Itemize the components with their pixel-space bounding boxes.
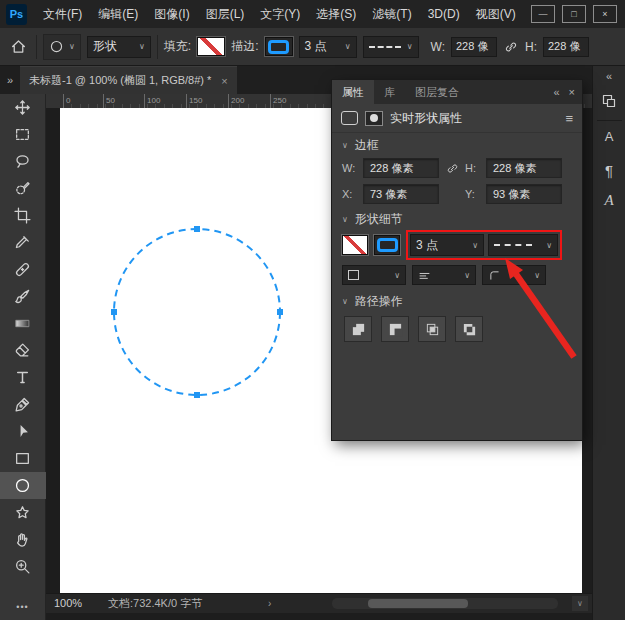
chain-link-icon[interactable]: [444, 160, 460, 176]
menu-image[interactable]: 图像(I): [146, 0, 197, 28]
width-label: W:: [431, 40, 445, 54]
custom-shape-icon: [14, 504, 31, 521]
character-panel-icon[interactable]: A: [593, 125, 625, 155]
glyphs-panel-icon[interactable]: A: [593, 185, 625, 215]
bounds-section-header[interactable]: ∨ 边框: [332, 133, 582, 155]
paragraph-panel-icon[interactable]: ¶: [593, 155, 625, 185]
menu-edit[interactable]: 编辑(E): [90, 0, 146, 28]
text-icon: [14, 369, 31, 386]
ruler-tick: 250: [270, 94, 286, 108]
eraser-tool[interactable]: [0, 337, 46, 364]
path-selection-tool[interactable]: [0, 418, 46, 445]
stroke-align-dropdown[interactable]: ∨: [342, 265, 406, 285]
ellipse-shape[interactable]: [114, 229, 280, 395]
ellipse-tool[interactable]: [0, 472, 46, 499]
maximize-button[interactable]: □: [562, 5, 586, 23]
prop-w-field[interactable]: 228 像素: [363, 158, 439, 178]
stroke-width-value: 3 点: [416, 237, 438, 254]
anchor-handle-left[interactable]: [111, 309, 117, 315]
width-field[interactable]: 228 像: [451, 37, 497, 57]
brush-tool[interactable]: [0, 283, 46, 310]
stroke-width-dropdown[interactable]: 3 点 ∨: [299, 36, 357, 58]
panel-title: 实时形状属性: [390, 110, 462, 127]
intersect-shapes-button[interactable]: [418, 316, 446, 342]
tab-close-icon[interactable]: ×: [221, 75, 227, 87]
stroke-cap-icon: [418, 269, 431, 282]
panel-menu-icon[interactable]: ≡: [565, 111, 573, 126]
anchor-handle-right[interactable]: [277, 309, 283, 315]
panel-close-icon[interactable]: ×: [569, 86, 575, 98]
scroll-down-button[interactable]: ∨: [572, 596, 588, 611]
spot-healing-tool[interactable]: [0, 256, 46, 283]
pen-tool[interactable]: [0, 391, 46, 418]
stroke-swatch[interactable]: [265, 37, 293, 56]
bandaid-icon: [14, 261, 31, 278]
gradient-tool[interactable]: [0, 310, 46, 337]
combine-shapes-button[interactable]: [344, 316, 372, 342]
tab-libraries[interactable]: 库: [374, 80, 405, 104]
menu-filter[interactable]: 滤镜(T): [364, 0, 419, 28]
tab-layer-comps[interactable]: 图层复合: [405, 80, 469, 104]
panel-collapse-icon[interactable]: «: [553, 86, 559, 98]
stroke-color-chip: [268, 40, 289, 54]
close-button[interactable]: ×: [593, 5, 617, 23]
menu-layer[interactable]: 图层(L): [198, 0, 253, 28]
prop-y-field[interactable]: 93 像素: [486, 184, 562, 204]
zoom-tool[interactable]: [0, 553, 46, 580]
stroke-cap-dropdown[interactable]: ∨: [412, 265, 476, 285]
stroke-dash-dropdown[interactable]: ∨: [363, 36, 419, 58]
menu-view[interactable]: 视图(V): [468, 0, 524, 28]
rectangular-marquee-tool[interactable]: [0, 121, 46, 148]
ellipse-tool-preset[interactable]: ∨: [43, 34, 81, 60]
menu-select[interactable]: 选择(S): [308, 0, 364, 28]
document-tab[interactable]: 未标题-1 @ 100% (椭圆 1, RGB/8#) * ×: [20, 66, 237, 94]
chain-link-icon[interactable]: [503, 39, 519, 55]
hand-tool[interactable]: [0, 526, 46, 553]
exclude-shapes-button[interactable]: [455, 316, 483, 342]
prop-x-field[interactable]: 73 像素: [363, 184, 439, 204]
stroke-label: 描边:: [231, 38, 258, 55]
dock-collapse-icon[interactable]: «: [606, 66, 612, 86]
move-tool[interactable]: [0, 94, 46, 121]
shape-fill-swatch[interactable]: [342, 235, 368, 255]
panel-stack-icon[interactable]: [593, 86, 625, 116]
edit-toolbar-icon[interactable]: •••: [16, 602, 28, 620]
quick-selection-tool[interactable]: [0, 175, 46, 202]
subtract-shape-button[interactable]: [381, 316, 409, 342]
fill-swatch[interactable]: [197, 37, 225, 56]
shape-stroke-swatch[interactable]: [374, 235, 400, 255]
ruler-tick: 100: [144, 94, 160, 108]
custom-shape-tool[interactable]: [0, 499, 46, 526]
lasso-tool[interactable]: [0, 148, 46, 175]
options-bar: ∨ 形状 ∨ 填充: 描边: 3 点 ∨ ∨ W: 228 像 H: 228 像: [0, 28, 625, 66]
anchor-handle-bottom[interactable]: [194, 392, 200, 398]
menu-type[interactable]: 文字(Y): [252, 0, 308, 28]
tab-properties[interactable]: 属性: [332, 80, 374, 104]
rectangle-tool[interactable]: [0, 445, 46, 472]
subtract-shape-icon: [388, 322, 403, 337]
horizontal-scrollbar[interactable]: [332, 598, 558, 609]
stroke-width-dropdown[interactable]: 3 点 ∨: [410, 234, 484, 256]
path-operations-label: 路径操作: [355, 293, 403, 310]
eyedropper-tool[interactable]: [0, 229, 46, 256]
home-button[interactable]: [6, 35, 30, 59]
status-expand-icon[interactable]: ›: [268, 594, 271, 613]
menu-3d[interactable]: 3D(D): [420, 0, 468, 28]
prop-h-field[interactable]: 228 像素: [486, 158, 562, 178]
text-tool[interactable]: [0, 364, 46, 391]
tool-mode-dropdown[interactable]: 形状 ∨: [87, 36, 151, 58]
shape-details-section-header[interactable]: ∨ 形状细节: [332, 207, 582, 229]
stroke-corner-dropdown[interactable]: ∨: [482, 265, 546, 285]
minimize-button[interactable]: —: [531, 5, 555, 23]
zoom-level[interactable]: 100%: [54, 594, 82, 613]
anchor-handle-top[interactable]: [194, 226, 200, 232]
scrollbar-thumb[interactable]: [368, 599, 468, 608]
toolbar-expand-icon[interactable]: »: [0, 74, 20, 86]
menu-file[interactable]: 文件(F): [35, 0, 90, 28]
panels-icon: [601, 93, 617, 109]
crop-tool[interactable]: [0, 202, 46, 229]
path-operations-section-header[interactable]: ∨ 路径操作: [332, 289, 582, 311]
height-field[interactable]: 228 像: [543, 37, 589, 57]
stroke-dash-dropdown[interactable]: ∨: [488, 234, 558, 256]
ruler-tick: 0: [63, 94, 70, 108]
